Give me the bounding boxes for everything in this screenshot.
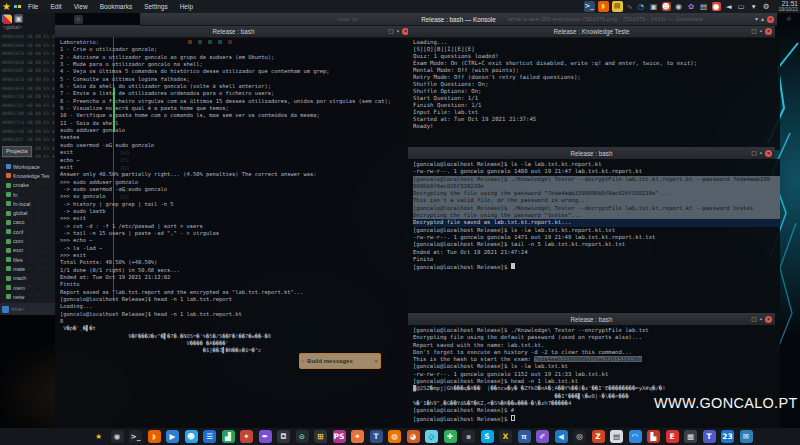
gitkraken-icon[interactable]: ✦ bbox=[351, 430, 364, 443]
tree-item[interactable]: global bbox=[0, 208, 55, 217]
app-star-icon[interactable]: ★ bbox=[2, 1, 11, 12]
bottom-terminal[interactable]: [goncalo@localhost Release]$ ./Knowledge… bbox=[408, 325, 780, 430]
calendar-23-icon[interactable]: 23 bbox=[721, 430, 734, 443]
wireshark-icon[interactable]: ◀ bbox=[555, 430, 568, 443]
cube-app-icon[interactable]: ◇ bbox=[425, 430, 438, 443]
list-app-icon[interactable]: ☰ bbox=[203, 430, 216, 443]
menu-item-view[interactable]: View bbox=[74, 3, 88, 10]
tree-item[interactable]: mem bbox=[0, 283, 55, 292]
discord-icon[interactable]: ☻ bbox=[662, 2, 671, 11]
left-terminal[interactable]: Laboratório:1 - Crie o utilizador goncal… bbox=[55, 37, 417, 430]
menu-item-help[interactable]: Help bbox=[180, 3, 193, 10]
ms-grid-icon[interactable]: ⊞ bbox=[314, 430, 327, 443]
menu-item-bookmarks[interactable]: Bookmarks bbox=[100, 3, 133, 10]
tree-item[interactable]: Knowledge Tes bbox=[0, 171, 55, 180]
close-icon[interactable]: × bbox=[765, 150, 772, 157]
teams-icon[interactable]: T bbox=[703, 430, 716, 443]
menu-item-file[interactable]: File bbox=[28, 3, 38, 10]
notes-pad-icon[interactable]: ▤ bbox=[610, 430, 623, 443]
firefox-task-icon[interactable]: ◗ bbox=[598, 1, 609, 12]
close-icon[interactable]: × bbox=[765, 316, 772, 323]
folder-icon[interactable]: ▣ bbox=[14, 14, 23, 23]
steam-icon[interactable]: ◉ bbox=[674, 2, 683, 11]
tree-item[interactable]: cmake bbox=[0, 181, 55, 190]
kdeconnect-icon[interactable]: ▣ bbox=[649, 2, 658, 11]
projects-tab[interactable]: Projects bbox=[2, 146, 32, 157]
obs-icon[interactable]: ◎ bbox=[573, 430, 586, 443]
quiz-terminal[interactable]: Loading...[S][Q][B][I][E][E]Quiz: 1 ques… bbox=[408, 37, 780, 150]
tree-item[interactable]: files bbox=[0, 255, 55, 264]
maximize-icon[interactable]: ▪ bbox=[760, 149, 762, 157]
krita-icon[interactable]: ✐ bbox=[536, 430, 549, 443]
tray-settings-icon[interactable]: ⚙ bbox=[762, 2, 771, 11]
tree-item[interactable]: Workspace bbox=[0, 162, 55, 171]
e-app-icon[interactable]: E bbox=[666, 430, 679, 443]
menu-item-edit[interactable]: Edit bbox=[50, 3, 61, 10]
calculator-icon[interactable]: ▦ bbox=[684, 430, 697, 443]
favorites-star-icon[interactable]: ★ bbox=[92, 430, 105, 443]
pi-app-icon[interactable]: π bbox=[518, 430, 531, 443]
player-app-icon[interactable]: ▶ bbox=[166, 430, 179, 443]
minimize-icon[interactable]: ▾ bbox=[755, 15, 758, 23]
record-icon[interactable]: ● bbox=[712, 2, 721, 11]
close-icon[interactable]: × bbox=[767, 16, 774, 23]
tray-expand-icon[interactable]: ▾ bbox=[749, 2, 758, 11]
stamp-app-icon[interactable]: ✒ bbox=[259, 430, 272, 443]
krita-tray-icon[interactable]: ✿ bbox=[687, 2, 696, 11]
build-messages-popup[interactable]: ♦ Build messages × bbox=[299, 353, 381, 369]
settings-app-icon[interactable]: ◉ bbox=[111, 430, 124, 443]
network-monitor-icon[interactable]: ◔ bbox=[637, 2, 646, 11]
popup-close-icon[interactable]: × bbox=[374, 358, 378, 364]
folder-icon bbox=[6, 164, 11, 169]
clock[interactable]: 21:51 19/10/21 bbox=[779, 1, 798, 13]
firefox-icon[interactable]: ◗ bbox=[148, 430, 161, 443]
display-icon[interactable]: ▭ bbox=[737, 2, 746, 11]
terminal-app-icon[interactable]: >_ bbox=[129, 430, 142, 443]
z-app-icon[interactable]: Z bbox=[592, 430, 605, 443]
phpstorm-icon[interactable]: PS bbox=[333, 430, 346, 443]
maximize-icon[interactable]: ▪ bbox=[397, 27, 399, 35]
notes-task-icon[interactable]: ▤ bbox=[612, 1, 623, 12]
maximize-icon[interactable]: ▪ bbox=[760, 315, 762, 323]
restore-icon[interactable]: ▢ bbox=[751, 149, 757, 157]
tree-item[interactable]: mach bbox=[0, 274, 55, 283]
volume-icon[interactable]: ◄ bbox=[724, 2, 733, 11]
x-app-icon[interactable]: X bbox=[499, 430, 512, 443]
restore-icon[interactable]: ▢ bbox=[751, 27, 757, 35]
search-app-icon[interactable]: ⊙ bbox=[296, 430, 309, 443]
tree-item[interactable]: netw bbox=[0, 292, 55, 301]
konsole-task-icon[interactable]: >_ bbox=[584, 1, 595, 12]
tree-item[interactable]: fn-local bbox=[0, 199, 55, 208]
maximize-icon[interactable]: ▪ bbox=[760, 27, 762, 35]
clipboard-icon[interactable]: ▤ bbox=[699, 2, 708, 11]
shield-app-icon[interactable]: ✚ bbox=[444, 430, 457, 443]
wave-app-icon[interactable]: ◠ bbox=[629, 430, 642, 443]
tree-item[interactable]: conf bbox=[0, 227, 55, 236]
camera-app-icon[interactable]: ◘ bbox=[277, 430, 290, 443]
orange-app-icon[interactable]: ◕ bbox=[407, 430, 420, 443]
media-app-icon[interactable]: ✦ bbox=[240, 430, 253, 443]
mail-app-icon[interactable]: ✉ bbox=[740, 430, 753, 443]
left-terminal-titlebar[interactable]: Release : bash ▢ ▪ × bbox=[55, 25, 412, 38]
menu-item-settings[interactable]: Settings bbox=[144, 3, 168, 10]
tree-item[interactable]: caco bbox=[0, 218, 55, 227]
pdf-reader-icon[interactable]: ▙ bbox=[647, 430, 660, 443]
pinned-grid-icon[interactable] bbox=[3, 15, 12, 24]
restore-icon[interactable]: ▢ bbox=[751, 315, 757, 323]
blender-icon[interactable]: ◍ bbox=[388, 430, 401, 443]
close-icon[interactable]: × bbox=[765, 28, 772, 35]
tree-item[interactable]: com bbox=[0, 236, 55, 245]
tree-item[interactable]: mate bbox=[0, 264, 55, 273]
skype-icon[interactable]: S bbox=[481, 430, 494, 443]
quiz-terminal-titlebar[interactable]: Release : Knowledge Teste ▢ ▪ × bbox=[408, 25, 775, 38]
pinned-dark-icon[interactable]: ◦ bbox=[74, 15, 83, 24]
tree-item[interactable]: excr bbox=[0, 246, 55, 255]
messenger-app-icon[interactable]: ☻ bbox=[185, 430, 198, 443]
chart-app-icon[interactable]: ▟ bbox=[222, 430, 235, 443]
restore-icon[interactable]: ▢ bbox=[388, 27, 394, 35]
tree-item[interactable]: fn bbox=[0, 190, 55, 199]
mini-app-icon[interactable]: ▪ bbox=[462, 430, 475, 443]
t-blue-app-icon[interactable]: T bbox=[370, 430, 383, 443]
middle-terminal[interactable]: [goncalo@localhost Release]$ ls -la lab.… bbox=[408, 159, 780, 315]
maximize-icon[interactable]: ▴ bbox=[761, 15, 764, 23]
